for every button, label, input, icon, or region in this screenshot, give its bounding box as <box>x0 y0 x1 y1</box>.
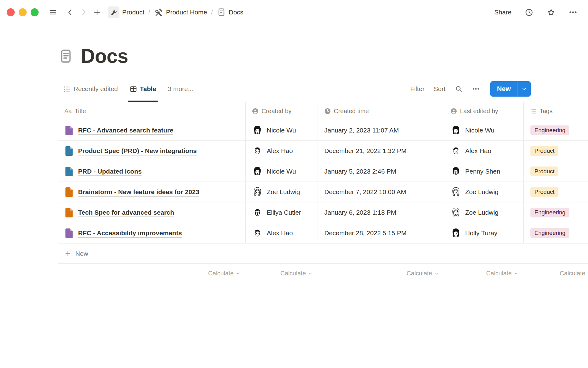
created-time-cell[interactable]: December 21, 2022 1:32 PM <box>318 141 444 161</box>
avatar <box>252 207 263 218</box>
search-icon[interactable] <box>455 85 463 93</box>
person-name: Zoe Ludwig <box>465 209 499 216</box>
table-row[interactable]: Product Spec (PRD) - New integrationsAle… <box>58 141 588 161</box>
last-edited-by-cell[interactable]: Alex Hao <box>444 141 524 161</box>
calculate-title[interactable]: Calculate <box>58 264 246 283</box>
view-switcher-bar: Recently edited Table 3 more... Filter S… <box>58 76 588 102</box>
last-edited-by-cell[interactable]: Holly Turay <box>444 223 524 243</box>
title-cell[interactable]: PRD - Updated icons <box>58 161 246 182</box>
row-title-link[interactable]: Product Spec (PRD) - New integrations <box>78 147 197 155</box>
last-edited-by-cell[interactable]: Zoe Ludwig <box>444 202 524 223</box>
table-row[interactable]: Brainstorm - New feature ideas for 2023Z… <box>58 182 588 202</box>
calculate-created-by[interactable]: Calculate <box>246 264 318 283</box>
tab-label: Table <box>140 85 156 93</box>
tags-cell[interactable]: Engineering <box>524 202 588 223</box>
column-header-created-time[interactable]: Created time <box>318 102 444 120</box>
tag-badge[interactable]: Engineering <box>530 208 569 217</box>
row-title-link[interactable]: Tech Spec for advanced search <box>78 209 174 216</box>
title-cell[interactable]: Tech Spec for advanced search <box>58 202 246 223</box>
avatar <box>450 228 462 239</box>
tag-badge[interactable]: Product <box>530 187 558 197</box>
page-doc-icon[interactable] <box>58 48 74 64</box>
column-header-title[interactable]: Aa Title <box>58 102 246 120</box>
view-options-dots-icon[interactable] <box>472 85 480 93</box>
last-edited-by-cell[interactable]: Zoe Ludwig <box>444 182 524 202</box>
table-row[interactable]: RFC - Accessibility improvementsAlex Hao… <box>58 223 588 243</box>
person-name: Zoe Ludwig <box>267 188 300 196</box>
created-time-cell[interactable]: December 7, 2022 10:00 AM <box>318 182 444 202</box>
calculate-created-time[interactable]: Calculate <box>318 264 444 283</box>
last-edited-by-cell[interactable]: Nicole Wu <box>444 120 524 140</box>
tag-badge[interactable]: Engineering <box>530 125 569 135</box>
created-by-cell[interactable]: Nicole Wu <box>246 161 318 182</box>
tab-recently-edited[interactable]: Recently edited <box>62 83 119 95</box>
column-header-tags[interactable]: Tags <box>524 102 588 120</box>
page-icon <box>65 228 73 238</box>
new-page-icon[interactable] <box>92 8 102 17</box>
created-by-cell[interactable]: Alex Hao <box>246 223 318 243</box>
breadcrumb-docs[interactable]: Docs <box>217 8 243 17</box>
row-title-link[interactable]: PRD - Updated icons <box>78 168 142 175</box>
table-body: RFC - Advanced search featureNicole WuJa… <box>58 120 588 243</box>
created-time-cell[interactable]: January 2, 2023 11:07 AM <box>318 120 444 140</box>
created-time-cell[interactable]: December 28, 2022 5:15 PM <box>318 223 444 243</box>
avatar <box>252 166 263 177</box>
calculate-last-edited-by[interactable]: Calculate <box>444 264 524 283</box>
created-by-cell[interactable]: Elliya Cutler <box>246 202 318 223</box>
tags-cell[interactable]: Product <box>524 161 588 182</box>
calculate-tags[interactable]: Calculate <box>524 264 588 283</box>
breadcrumb-product[interactable]: Product <box>108 6 144 18</box>
nav-back-icon[interactable] <box>66 8 75 17</box>
new-button[interactable]: New <box>490 81 531 97</box>
page-title[interactable]: Docs <box>81 45 128 67</box>
doc-icon <box>217 8 226 17</box>
tab-more-views[interactable]: 3 more... <box>167 83 194 94</box>
nav-forward-icon[interactable] <box>79 8 88 17</box>
column-header-last-edited-by[interactable]: Last edited by <box>444 102 524 120</box>
new-button-label[interactable]: New <box>490 81 518 97</box>
zoom-window-button[interactable] <box>31 8 39 16</box>
add-new-row-button[interactable]: New <box>58 243 588 264</box>
last-edited-by-cell[interactable]: Penny Shen <box>444 161 524 182</box>
sidebar-toggle-icon[interactable] <box>48 8 58 17</box>
more-options-icon[interactable] <box>568 8 578 17</box>
title-cell[interactable]: Product Spec (PRD) - New integrations <box>58 141 246 161</box>
person-name: Nicole Wu <box>267 168 296 175</box>
tag-badge[interactable]: Product <box>530 146 558 156</box>
sort-button[interactable]: Sort <box>434 85 446 93</box>
clock-icon <box>324 108 331 115</box>
tags-cell[interactable]: Product <box>524 141 588 161</box>
row-title-link[interactable]: RFC - Advanced search feature <box>78 127 173 134</box>
tags-cell[interactable]: Engineering <box>524 223 588 243</box>
title-cell[interactable]: RFC - Advanced search feature <box>58 120 246 140</box>
tag-badge[interactable]: Product <box>530 167 558 176</box>
new-button-chevron-down-icon[interactable] <box>518 81 531 97</box>
tags-cell[interactable]: Engineering <box>524 120 588 140</box>
table-row[interactable]: Tech Spec for advanced searchElliya Cutl… <box>58 202 588 223</box>
created-time-cell[interactable]: January 6, 2023 1:18 PM <box>318 202 444 223</box>
row-title-link[interactable]: RFC - Accessibility improvements <box>78 229 182 237</box>
share-button[interactable]: Share <box>494 9 511 16</box>
favorite-star-icon[interactable] <box>546 8 556 17</box>
tab-table[interactable]: Table <box>129 83 157 95</box>
title-cell[interactable]: RFC - Accessibility improvements <box>58 223 246 243</box>
created-by-cell[interactable]: Alex Hao <box>246 141 318 161</box>
tag-badge[interactable]: Engineering <box>530 228 569 238</box>
close-window-button[interactable] <box>7 8 15 16</box>
title-cell[interactable]: Brainstorm - New feature ideas for 2023 <box>58 182 246 202</box>
created-time-cell[interactable]: January 5, 2023 2:46 PM <box>318 161 444 182</box>
breadcrumb-separator: / <box>148 9 150 16</box>
table-row[interactable]: PRD - Updated iconsNicole WuJanuary 5, 2… <box>58 161 588 182</box>
row-title-link[interactable]: Brainstorm - New feature ideas for 2023 <box>78 188 199 196</box>
breadcrumb-product-home[interactable]: Product Home <box>154 8 207 17</box>
view-controls: Filter Sort New <box>410 81 531 97</box>
filter-button[interactable]: Filter <box>410 85 425 93</box>
table-row[interactable]: RFC - Advanced search featureNicole WuJa… <box>58 120 588 141</box>
minimize-window-button[interactable] <box>19 8 27 16</box>
created-by-cell[interactable]: Nicole Wu <box>246 120 318 140</box>
history-clock-icon[interactable] <box>524 8 533 17</box>
tags-cell[interactable]: Product <box>524 182 588 202</box>
column-header-created-by[interactable]: Created by <box>246 102 318 120</box>
person-name: Alex Hao <box>267 147 293 155</box>
created-by-cell[interactable]: Zoe Ludwig <box>246 182 318 202</box>
